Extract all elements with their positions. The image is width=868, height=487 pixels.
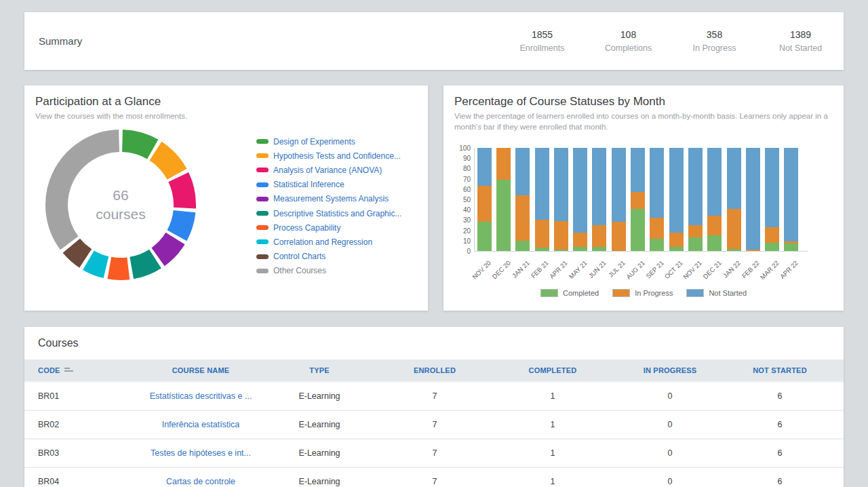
bar-segment-in-progress[interactable] <box>650 218 664 238</box>
bar-segment-completed[interactable] <box>650 239 664 251</box>
donut-segment[interactable] <box>158 239 175 257</box>
donut-segment[interactable] <box>122 141 153 150</box>
bar-segment-in-progress[interactable] <box>477 186 492 222</box>
stacked-bar[interactable] <box>496 148 511 251</box>
column-header[interactable]: NOT STARTED <box>741 366 819 374</box>
stacked-bar[interactable] <box>612 148 626 251</box>
stacked-bar[interactable] <box>631 148 645 251</box>
bar-segment-completed[interactable] <box>573 247 587 251</box>
column-header[interactable]: COMPLETED <box>506 366 599 374</box>
bar-segment-completed[interactable] <box>784 244 798 251</box>
column-header[interactable]: IN PROGRESS <box>599 366 741 374</box>
bar-segment-not-started[interactable] <box>535 148 549 220</box>
bar-segment-in-progress[interactable] <box>573 233 587 247</box>
bar-segment-in-progress[interactable] <box>535 220 549 248</box>
donut-legend-item[interactable]: Control Charts <box>256 250 401 264</box>
bar-segment-in-progress[interactable] <box>515 195 530 241</box>
bar-segment-not-started[interactable] <box>612 148 626 222</box>
bar-segment-not-started[interactable] <box>784 148 798 241</box>
course-name-link[interactable]: Testes de hipóteses e int... <box>126 448 275 458</box>
donut-segment[interactable] <box>155 151 177 174</box>
bar-segment-in-progress[interactable] <box>669 233 684 247</box>
bar-segment-in-progress[interactable] <box>688 225 703 237</box>
bar-segment-in-progress[interactable] <box>554 221 568 250</box>
bar-segment-completed[interactable] <box>631 209 645 251</box>
bar-segment-completed[interactable] <box>496 180 511 251</box>
stacked-bar[interactable] <box>784 148 798 251</box>
column-header-code[interactable]: CODE <box>24 366 126 374</box>
donut-segment[interactable] <box>109 268 128 269</box>
stacked-bar[interactable] <box>650 148 664 251</box>
bar-legend-item[interactable]: In Progress <box>612 289 673 297</box>
donut-segment[interactable] <box>71 246 85 258</box>
stacked-bar[interactable] <box>746 148 760 251</box>
donut-legend-item[interactable]: Process Capability <box>256 220 401 235</box>
donut-legend-item[interactable]: Measurement Systems Analysis <box>256 192 401 206</box>
bar-segment-not-started[interactable] <box>515 148 530 195</box>
bar-segment-not-started[interactable] <box>573 148 587 233</box>
bar-segment-not-started[interactable] <box>746 148 760 250</box>
bar-segment-in-progress[interactable] <box>765 227 779 243</box>
legend-swatch-icon <box>256 153 269 158</box>
donut-legend-item[interactable]: Design of Experiments <box>256 134 401 149</box>
stacked-bar[interactable] <box>515 148 530 251</box>
bar-segment-in-progress[interactable] <box>727 209 741 249</box>
stacked-bar[interactable] <box>688 148 703 251</box>
stacked-bar[interactable] <box>727 148 741 251</box>
bar-segment-completed[interactable] <box>477 222 492 251</box>
bar-segment-completed[interactable] <box>592 247 606 251</box>
course-name-link[interactable]: Estatísticas descritivas e ... <box>126 391 275 401</box>
donut-legend-item[interactable]: Descriptive Statistics and Graphic... <box>256 206 401 220</box>
donut-legend-item[interactable]: Hypothesis Tests and Confidence... <box>256 149 401 163</box>
bar-segment-not-started[interactable] <box>631 148 645 192</box>
course-name-link[interactable]: Inferência estatística <box>126 420 275 429</box>
bar-segment-not-started[interactable] <box>727 148 741 209</box>
bar-segment-completed[interactable] <box>727 249 741 251</box>
stacked-bar[interactable] <box>554 148 568 251</box>
donut-segment[interactable] <box>88 260 106 267</box>
column-header[interactable]: TYPE <box>275 366 363 374</box>
bar-segment-completed[interactable] <box>554 250 568 251</box>
bar-segment-not-started[interactable] <box>592 148 606 225</box>
donut-segment[interactable] <box>177 212 184 236</box>
donut-legend-item[interactable]: Statistical Inference <box>256 178 401 192</box>
bar-segment-in-progress[interactable] <box>746 250 760 251</box>
bar-segment-not-started[interactable] <box>707 148 722 216</box>
donut-legend-item[interactable]: Analysis of Variance (ANOVA) <box>256 163 401 177</box>
bar-segment-in-progress[interactable] <box>612 222 626 251</box>
bar-segment-not-started[interactable] <box>765 148 779 227</box>
bar-segment-in-progress[interactable] <box>592 225 606 247</box>
bar-segment-completed[interactable] <box>669 247 684 251</box>
bar-segment-completed[interactable] <box>765 243 779 251</box>
course-name-link[interactable]: Cartas de controle <box>126 477 275 486</box>
bar-segment-in-progress[interactable] <box>496 148 511 180</box>
stacked-bar[interactable] <box>707 148 722 251</box>
bar-segment-in-progress[interactable] <box>707 216 722 235</box>
donut-legend-item[interactable]: Other Courses <box>256 264 401 278</box>
stacked-bar[interactable] <box>477 148 492 251</box>
bar-segment-completed[interactable] <box>515 241 530 251</box>
bar-segment-not-started[interactable] <box>669 148 684 233</box>
stacked-bar[interactable] <box>535 148 549 251</box>
stacked-bar[interactable] <box>592 148 606 251</box>
bar-segment-completed[interactable] <box>688 237 703 251</box>
column-header[interactable]: ENROLLED <box>363 366 506 374</box>
x-axis-label: JAN 22 <box>709 259 742 292</box>
bar-segment-not-started[interactable] <box>688 148 703 225</box>
bar-legend-item[interactable]: Not Started <box>686 289 747 297</box>
bar-segment-not-started[interactable] <box>650 148 664 218</box>
bar-legend-item[interactable]: Completed <box>540 289 599 297</box>
donut-segment[interactable] <box>132 259 155 269</box>
bar-segment-not-started[interactable] <box>477 148 492 186</box>
stacked-bar[interactable] <box>765 148 779 251</box>
bar-segment-not-started[interactable] <box>554 148 568 221</box>
donut-legend-item[interactable]: Correlation and Regression <box>256 235 401 249</box>
bar-segment-completed[interactable] <box>707 235 722 251</box>
stacked-bar[interactable] <box>669 148 684 251</box>
bar-segment-completed[interactable] <box>535 248 549 251</box>
stacked-bar[interactable] <box>573 148 587 251</box>
donut-segment[interactable] <box>57 141 119 244</box>
bar-segment-in-progress[interactable] <box>631 192 645 208</box>
donut-segment[interactable] <box>178 177 184 208</box>
column-header[interactable]: COURSE NAME <box>126 366 275 374</box>
